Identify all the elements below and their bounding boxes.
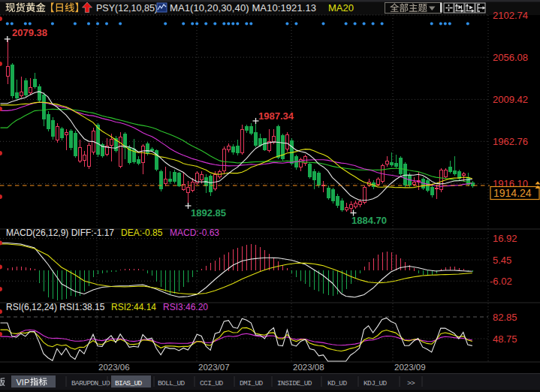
svg-text:BARUPDN_UD: BARUPDN_UD: [71, 379, 110, 387]
svg-text:1962.76: 1962.76: [493, 136, 528, 147]
svg-text:KD_UD: KD_UD: [327, 379, 347, 387]
svg-text:PSY(12,10,85): PSY(12,10,85): [96, 3, 158, 14]
svg-text:1892.85: 1892.85: [191, 207, 226, 219]
svg-text:1987.34: 1987.34: [258, 110, 294, 122]
svg-text:2056.08: 2056.08: [493, 52, 528, 63]
svg-text:2023/08: 2023/08: [293, 363, 324, 372]
svg-text:MA1(10,20,30,40) MA10:1921.13: MA1(10,20,30,40) MA10:1921.13: [170, 2, 316, 14]
svg-text:2079.38: 2079.38: [12, 27, 47, 38]
svg-text:2102.74: 2102.74: [493, 10, 528, 21]
svg-text:KDJ_UD: KDJ_UD: [364, 379, 388, 387]
svg-text:16.92: 16.92: [493, 233, 517, 244]
svg-text:5.45: 5.45: [493, 255, 511, 266]
svg-text:82.85: 82.85: [493, 312, 517, 323]
svg-text:1914.24: 1914.24: [493, 187, 532, 199]
svg-text:DMI_UD: DMI_UD: [240, 379, 264, 387]
svg-text:2023/09: 2023/09: [394, 363, 426, 372]
svg-text:MACD(26,12,9) DIFF:-1.17 DEA:-: MACD(26,12,9) DIFF:-1.17 DEA:-0.85MACD:-…: [6, 228, 219, 238]
svg-text:2009.42: 2009.42: [493, 94, 528, 105]
svg-text:-6.02: -6.02: [490, 276, 512, 287]
svg-text:CCI_UD: CCI_UD: [200, 379, 224, 387]
svg-text:INSIDE_UD: INSIDE_UD: [277, 379, 312, 387]
svg-text:BIAS_UD: BIAS_UD: [115, 379, 143, 387]
svg-text:MA20: MA20: [328, 2, 354, 14]
svg-text:1884.70: 1884.70: [351, 215, 387, 226]
svg-text:2023/06: 2023/06: [98, 363, 130, 372]
svg-text:48.75: 48.75: [493, 333, 517, 345]
svg-text:BOLL_UD: BOLL_UD: [158, 379, 186, 387]
svg-text:VIP: VIP: [17, 378, 30, 387]
svg-text:2023/07: 2023/07: [198, 363, 230, 372]
svg-text:>>: >>: [407, 379, 415, 387]
